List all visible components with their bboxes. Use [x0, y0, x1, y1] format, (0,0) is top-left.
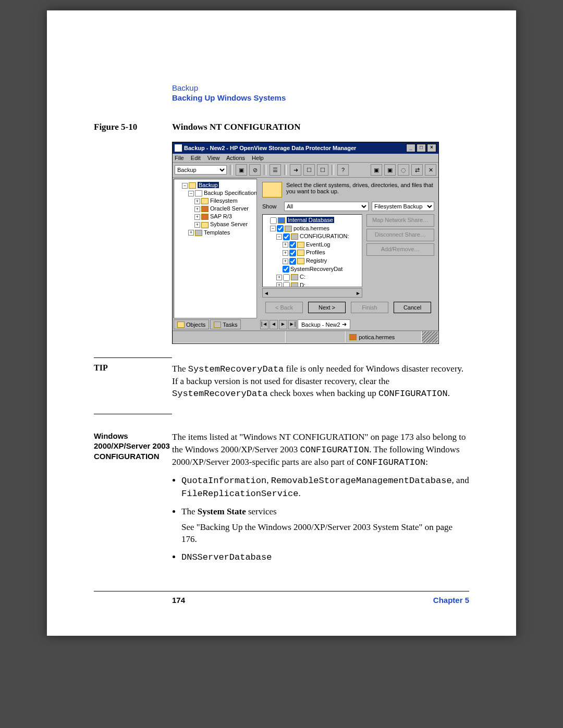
divider: [94, 414, 172, 414]
list-item: DNSServerDatabase: [181, 551, 469, 564]
section-body: The items listed at "Windows NT CONFIGUR…: [172, 431, 469, 569]
menu-edit[interactable]: Edit: [191, 155, 201, 161]
running-header: Backup Backing Up Windows Systems: [172, 83, 469, 102]
toolbar-button[interactable]: ▣: [236, 164, 247, 176]
list-item: QuotaInformation, RemovableStorageManage…: [181, 474, 469, 500]
menu-actions[interactable]: Actions: [226, 155, 245, 161]
section-label: Windows 2000/XP/Server 2003 CONFIGURATIO…: [94, 431, 172, 569]
finish-button: Finish: [351, 302, 388, 313]
figure-label: Figure 5-10: [94, 122, 172, 132]
nav-last[interactable]: ►|: [288, 320, 297, 329]
page-footer: 174 Chapter 5: [94, 591, 469, 604]
minimize-button[interactable]: _: [406, 144, 415, 152]
menu-file[interactable]: File: [175, 155, 184, 161]
toolbar-button[interactable]: ▣: [371, 164, 382, 176]
right-pane: Select the client systems, drives, direc…: [259, 179, 437, 318]
tree-templates[interactable]: Templates: [204, 229, 230, 236]
session-tab[interactable]: Backup - New2 ➜: [298, 319, 350, 329]
status-host: potica.hermes: [359, 334, 395, 340]
map-share-button[interactable]: Map Network Share…: [366, 214, 434, 227]
toolbar-button[interactable]: ➜: [290, 164, 301, 176]
host-icon: [349, 334, 357, 340]
close-button[interactable]: ×: [427, 144, 436, 152]
divider: [94, 357, 172, 358]
scope-tree[interactable]: −Backup −Backup Specifications +Filesyst…: [174, 179, 257, 318]
cancel-button[interactable]: Cancel: [394, 302, 431, 313]
titlebar: Backup - New2 - HP OpenView Storage Data…: [173, 142, 438, 154]
arrow-icon: ➜: [342, 321, 347, 328]
menu-view[interactable]: View: [207, 155, 220, 161]
toolbar-button[interactable]: ◌: [398, 164, 409, 176]
folder-big-icon: [262, 182, 282, 198]
nav-next[interactable]: ►: [279, 320, 287, 329]
toolbar-button[interactable]: ☐: [317, 164, 328, 176]
tip-label: TIP: [94, 363, 172, 400]
statusbar: potica.hermes: [173, 330, 438, 343]
help-button[interactable]: ?: [337, 164, 349, 176]
disconnect-share-button[interactable]: Disconnect Share…: [366, 229, 434, 241]
toolbar: Backup ▣ ⊘ ☰ ➜ ☐ ☐ ? ▣ ▣ ◌ ⇄ ✕: [173, 163, 438, 178]
chapter-ref: Chapter 5: [433, 596, 469, 604]
figure-title: Windows NT CONFIGURATION: [172, 122, 301, 132]
tree-root[interactable]: Backup: [198, 182, 219, 188]
resize-grip[interactable]: [422, 331, 438, 343]
tree-item[interactable]: Oracle8 Server: [210, 205, 249, 212]
src-item[interactable]: EventLog: [306, 241, 330, 248]
app-icon: [175, 144, 182, 152]
backup-type-select[interactable]: Filesystem Backup: [372, 202, 434, 211]
show-select[interactable]: All: [284, 202, 369, 211]
menubar: File Edit View Actions Help: [173, 154, 438, 163]
app-window: Backup - New2 - HP OpenView Storage Data…: [172, 142, 439, 344]
tab-tasks[interactable]: Tasks: [210, 319, 241, 329]
src-item[interactable]: Profiles: [306, 249, 325, 255]
toolbar-button[interactable]: ☰: [270, 164, 281, 176]
src-root[interactable]: Internal Database: [287, 217, 334, 223]
drive-c[interactable]: C:: [300, 274, 305, 280]
src-config[interactable]: CONFIGURATION:: [300, 233, 349, 239]
src-item[interactable]: Registry: [306, 257, 327, 264]
source-tree[interactable]: Internal Database −potica.hermes −CONFIG…: [262, 214, 362, 287]
src-host[interactable]: potica.hermes: [293, 225, 329, 231]
header-line1: Backup: [172, 83, 469, 92]
back-button: < Back: [265, 302, 303, 313]
toolbar-button[interactable]: ⊘: [249, 164, 261, 176]
objects-icon: [177, 322, 185, 328]
nav-prev[interactable]: ◄: [270, 320, 278, 329]
context-select[interactable]: Backup: [175, 165, 227, 175]
maximize-button[interactable]: □: [417, 144, 426, 152]
page-number: 174: [172, 596, 185, 604]
toolbar-button[interactable]: ⇄: [411, 164, 423, 176]
tree-item[interactable]: Sybase Server: [210, 221, 248, 227]
header-line2: Backing Up Windows Systems: [172, 93, 469, 102]
tip-body: The SystemRecoveryData file is only need…: [172, 363, 469, 400]
nav-first[interactable]: |◄: [260, 320, 268, 329]
toolbar-button[interactable]: ▣: [384, 164, 396, 176]
instruction-text: Select the client systems, drives, direc…: [286, 182, 434, 198]
list-item: The System State services See "Backing U…: [181, 505, 469, 546]
tab-objects[interactable]: Objects: [174, 319, 209, 329]
tree-item[interactable]: SAP R/3: [210, 213, 232, 219]
horizontal-scrollbar[interactable]: ◄►: [262, 288, 362, 298]
tree-spec[interactable]: Backup Specifications: [204, 190, 257, 196]
tree-item[interactable]: Filesystem: [210, 198, 238, 204]
toolbar-button[interactable]: ☐: [303, 164, 315, 176]
menu-help[interactable]: Help: [252, 155, 264, 161]
tasks-icon: [214, 322, 221, 328]
next-button[interactable]: Next >: [308, 302, 346, 313]
show-label: Show: [262, 203, 281, 209]
src-item[interactable]: SystemRecoveryDat: [290, 266, 342, 272]
add-remove-button[interactable]: Add/Remove…: [366, 243, 434, 256]
window-title: Backup - New2 - HP OpenView Storage Data…: [184, 145, 405, 151]
drive-d[interactable]: D:: [300, 282, 305, 287]
toolbar-button[interactable]: ✕: [425, 164, 436, 176]
